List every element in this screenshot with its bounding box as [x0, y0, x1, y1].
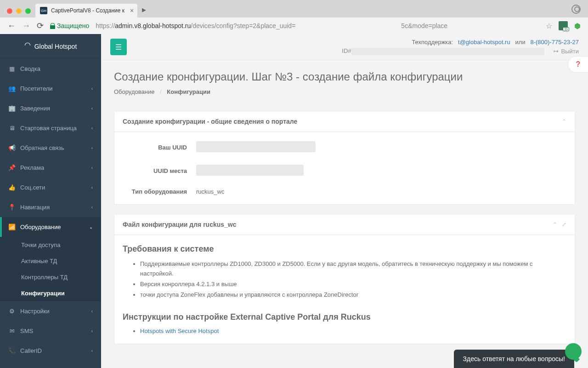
close-window-icon[interactable]: [7, 8, 12, 14]
subnav-access-points[interactable]: Точки доступа: [0, 237, 101, 253]
feedback-icon: 📢: [8, 144, 16, 151]
chevron-left-icon: ‹: [91, 185, 93, 190]
uuid-value-redacted: [196, 141, 316, 152]
visitors-icon: 👥: [8, 85, 16, 92]
support-or: или: [515, 39, 526, 46]
chevron-left-icon: ‹: [91, 126, 93, 131]
ads-icon: 📌: [8, 164, 16, 171]
address-bar: ← → ⟳ Защищено https://admin.v8.global-h…: [0, 17, 588, 34]
breadcrumb-current: Конфигурации: [167, 88, 210, 95]
chevron-left-icon: ‹: [91, 106, 93, 111]
chevron-left-icon: ‹: [91, 205, 93, 210]
content-area: Создание кронфигурации. Шаг №3 - создани…: [101, 60, 588, 368]
page-header: Создание кронфигурации. Шаг №3 - создани…: [101, 60, 588, 102]
sms-icon: ✉: [8, 328, 16, 334]
summary-icon: ▦: [8, 65, 16, 72]
place-uuid-value-redacted: [196, 165, 304, 176]
tab-close-icon[interactable]: ×: [130, 7, 134, 14]
callerid-icon: 📞: [8, 347, 16, 354]
social-icon: 👍: [8, 184, 16, 191]
url-input[interactable]: https://admin.v8.global-hotspot.ru/devic…: [96, 22, 539, 29]
expand-icon[interactable]: ⤢: [562, 221, 566, 228]
place-uuid-label: UUID места: [123, 167, 196, 174]
sidebar-item-visitors[interactable]: 👥Посетители‹: [0, 79, 101, 98]
chat-widget[interactable]: Здесь ответят на любые вопросы!: [454, 350, 574, 368]
sidebar-item-label: Оборудование: [20, 224, 61, 230]
subnav-active-ap[interactable]: Активные ТД: [0, 253, 101, 269]
sidebar-item-summary[interactable]: ▦Сводка: [0, 59, 101, 79]
help-button[interactable]: ?: [568, 56, 588, 73]
brand-label: Global Hotspot: [34, 43, 77, 50]
subnav-configurations[interactable]: Конфигурации: [0, 285, 101, 301]
chevron-left-icon: ‹: [91, 309, 93, 314]
sidebar-item-label: Стартовая страница: [20, 125, 77, 132]
startpage-icon: 🖥: [8, 125, 16, 132]
breadcrumb-root[interactable]: Оборудование: [114, 88, 154, 95]
back-button[interactable]: ←: [7, 21, 16, 31]
extension-icon[interactable]: 39: [559, 21, 568, 30]
main-content: ☰ Техподдержка: t@global-hotspot.ru или …: [101, 34, 588, 368]
sidebar-item-equipment[interactable]: 📶Оборудование⌄: [0, 217, 101, 237]
sidebar-item-label: Заведения: [20, 105, 50, 112]
sidebar-item-callerid[interactable]: 📞CallerID‹: [0, 341, 101, 361]
maximize-window-icon[interactable]: [25, 8, 31, 14]
secure-label: Защищено: [57, 22, 89, 29]
subnav-controllers[interactable]: Контроллеры ТД: [0, 269, 101, 285]
panel-body: Ваш UUID UUID места Тип оборудования ruc…: [114, 132, 575, 204]
places-icon: 🏢: [8, 105, 16, 112]
eq-type-value: ruckus_wc: [196, 188, 224, 195]
panel-general: Создание кронфигурации - общие сведения …: [114, 111, 575, 205]
sidebar-item-startpage[interactable]: 🖥Стартовая страница‹: [0, 118, 101, 138]
support-phone[interactable]: 8-(800)-775-23-27: [530, 39, 579, 46]
secure-badge[interactable]: Защищено: [50, 22, 89, 29]
sidebar-item-label: Соц.сети: [20, 184, 45, 191]
instructions-links: Hotspots with Secure Hotspot: [123, 328, 566, 334]
lock-icon: [50, 23, 55, 29]
minimize-window-icon[interactable]: [16, 8, 22, 14]
eq-type-label: Тип оборудования: [123, 188, 196, 195]
collapse-icon[interactable]: ⌃: [553, 221, 557, 228]
sidebar-item-label: Сводка: [20, 65, 40, 72]
panel-header: Создание кронфигурации - общие сведения …: [114, 111, 575, 132]
sidebar-item-navigation[interactable]: 📍Навигация‹: [0, 197, 101, 217]
equipment-icon: 📶: [8, 224, 16, 230]
sidebar-item-settings[interactable]: ⚙Настройки‹: [0, 301, 101, 321]
browser-tab[interactable]: GH CaptivePortalV8 - Создание к ×: [35, 4, 137, 17]
sidebar-item-label: Настройки: [20, 308, 50, 315]
tab-title: CaptivePortalV8 - Создание к: [51, 7, 124, 14]
chevron-left-icon: ‹: [91, 165, 93, 170]
logout-button[interactable]: ↦ Выйти: [554, 48, 579, 55]
panel-title: Создание кронфигурации - общие сведения …: [123, 118, 297, 125]
id-label: ID#: [342, 47, 351, 54]
chevron-down-icon: ⌄: [89, 224, 93, 230]
reload-button[interactable]: ⟳: [37, 21, 44, 31]
instruction-link[interactable]: Hotspots with Secure Hotspot: [140, 328, 219, 334]
sidebar-item-places[interactable]: 🏢Заведения‹: [0, 98, 101, 118]
panel-header: Файл конфигурации для ruckus_wc ⌃ ⤢: [114, 214, 575, 235]
new-tab-button[interactable]: ▸: [137, 5, 151, 17]
panel-config-file: Файл конфигурации для ruckus_wc ⌃ ⤢ Треб…: [114, 214, 575, 344]
logout-label: Выйти: [561, 48, 579, 55]
collapse-icon[interactable]: ⌃: [562, 118, 566, 125]
list-item: Hotspots with Secure Hotspot: [140, 328, 566, 334]
sidebar-item-label: Посетители: [20, 85, 53, 92]
form-row-eq-type: Тип оборудования ruckus_wc: [123, 188, 566, 195]
sidebar-item-feedback[interactable]: 📢Обратная связь‹: [0, 138, 101, 158]
sidebar-item-label: Реклама: [20, 164, 44, 171]
bookmark-icon[interactable]: ☆: [546, 22, 552, 30]
sidebar-item-label: CallerID: [20, 347, 42, 354]
window-controls: [5, 8, 35, 17]
sidebar-item-sms[interactable]: ✉SMS‹: [0, 321, 101, 341]
forward-button[interactable]: →: [22, 21, 30, 31]
list-item: Версия конроллера 4.2.1.3 и выше: [140, 280, 566, 289]
shield-icon[interactable]: ⬢: [574, 22, 581, 30]
hamburger-button[interactable]: ☰: [110, 39, 127, 55]
support-email-link[interactable]: t@global-hotspot.ru: [458, 39, 510, 46]
sidebar: Global Hotspot ▦Сводка 👥Посетители‹ 🏢Зав…: [0, 34, 101, 368]
sidebar-item-social[interactable]: 👍Соц.сети‹: [0, 178, 101, 197]
sidebar-item-ads[interactable]: 📌Реклама‹: [0, 158, 101, 178]
account-icon[interactable]: [571, 5, 581, 14]
sidebar-item-label: Обратная связь: [20, 144, 64, 151]
requirements-heading: Требования к системе: [123, 244, 566, 254]
brand[interactable]: Global Hotspot: [0, 34, 101, 59]
